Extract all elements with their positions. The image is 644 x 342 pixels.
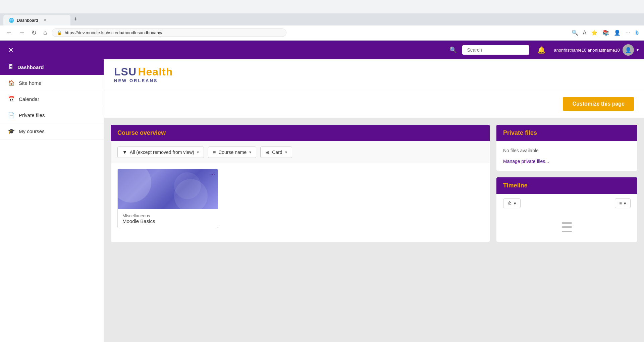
private-files-title: Private files [503, 129, 537, 136]
logo-area: LSU Health NEW ORLEANS [104, 59, 644, 90]
card-overlay [174, 172, 201, 199]
view-dropdown-arrow: ▾ [285, 150, 287, 155]
lock-icon: 🔒 [57, 30, 62, 35]
courses-icon: 🎓 [8, 128, 15, 134]
timeline-empty-icon: ☰ [561, 220, 573, 235]
url-display: https://dev.moodle.lsuhsc.edu/moodlesand… [65, 30, 281, 35]
browser-title-bar [0, 0, 644, 13]
sidebar-item-site-home[interactable]: 🏠 Site home [0, 75, 104, 91]
course-card-body: Miscellaneous Moodle Basics [118, 209, 218, 228]
filter-dropdown-arrow: ▾ [197, 150, 199, 155]
close-menu-button[interactable]: ✕ [5, 45, 16, 55]
new-orleans-text: NEW ORLEANS [114, 78, 634, 83]
sidebar-item-label: Calendar [19, 96, 39, 102]
course-card-image: ⋯ [118, 169, 218, 209]
file-icon: 📄 [8, 112, 15, 118]
page-layout: 🎛 Dashboard 🏠 Site home 📅 Calendar 📄 Pri… [0, 59, 644, 342]
browser-tab-bar: 🌐 Dashboard ✕ + [0, 13, 644, 25]
filter-icon: ▼ [122, 150, 127, 155]
sidebar: 🎛 Dashboard 🏠 Site home 📅 Calendar 📄 Pri… [0, 59, 104, 342]
browser-search-icon[interactable]: 🔍 [570, 28, 580, 37]
browser-menu-icon[interactable]: ⋯ [624, 28, 632, 37]
view-label: Card [272, 150, 282, 155]
clock-icon: ⏱ [507, 201, 512, 206]
sort-icon: ≡ [213, 150, 216, 155]
timeline-header: Timeline [496, 177, 637, 194]
course-card-menu-dots[interactable]: ⋯ [210, 172, 215, 177]
course-cards: ⋯ Miscellaneous Moodle Basics [111, 163, 490, 234]
filter-bar: ▼ All (except removed from view) ▾ ≡ Cou… [111, 141, 490, 163]
sidebar-item-dashboard[interactable]: 🎛 Dashboard [0, 59, 104, 75]
app-header: ✕ 🔍 🔔 anonfirstname10 anonlastname10 👤 ▾ [0, 41, 644, 59]
search-icon[interactable]: 🔍 [449, 46, 457, 54]
active-tab[interactable]: 🌐 Dashboard ✕ [3, 15, 70, 25]
sort-dropdown-arrow: ▾ [249, 150, 251, 155]
timeline-content: ☰ [496, 213, 637, 242]
calendar-icon: 📅 [8, 96, 15, 102]
timeline-date-filter[interactable]: ⏱ ▾ [503, 198, 521, 208]
course-overview-header: Course overview [111, 125, 490, 141]
customize-banner: Customize this page [104, 90, 644, 118]
view-icon: ⊞ [265, 150, 269, 155]
course-overview-panel: Course overview ▼ All (except removed fr… [111, 125, 490, 242]
sidebar-item-label: My courses [19, 128, 45, 134]
browser-profile-icon[interactable]: 👤 [612, 28, 622, 37]
sidebar-item-calendar[interactable]: 📅 Calendar [0, 91, 104, 107]
back-button[interactable]: ← [4, 28, 14, 38]
user-dropdown-arrow: ▾ [637, 48, 639, 52]
tab-close-button[interactable]: ✕ [44, 18, 47, 22]
home-icon: 🏠 [8, 80, 15, 86]
lsu-text: LSU [114, 66, 137, 78]
browser-star-icon[interactable]: ⭐ [590, 28, 599, 37]
user-menu[interactable]: anonfirstname10 anonlastname10 👤 ▾ [554, 44, 639, 56]
refresh-button[interactable]: ↻ [30, 28, 39, 38]
course-card[interactable]: ⋯ Miscellaneous Moodle Basics [117, 169, 218, 228]
forward-button[interactable]: → [17, 28, 27, 38]
health-text: Health [138, 66, 173, 78]
sidebar-item-label: Site home [19, 80, 42, 86]
right-sidebar: Private files No files available Manage … [496, 125, 637, 242]
new-tab-button[interactable]: + [70, 13, 81, 25]
content-grid: Course overview ▼ All (except removed fr… [104, 118, 644, 248]
timeline-sort-button[interactable]: ≡ ▾ [615, 198, 631, 208]
username-display: anonfirstname10 anonlastname10 [554, 48, 620, 53]
no-files-text: No files available [496, 141, 637, 156]
course-name: Moodle Basics [122, 218, 213, 224]
manage-files-link[interactable]: Manage private files... [496, 156, 637, 171]
main-content: LSU Health NEW ORLEANS Customize this pa… [104, 59, 644, 342]
tab-favicon: 🌐 [9, 18, 14, 23]
search-input[interactable] [462, 45, 529, 55]
timeline-panel: Timeline ⏱ ▾ ≡ ▾ ☰ [496, 177, 637, 242]
sort-lines-icon: ≡ [619, 201, 622, 206]
bing-icon[interactable]: b [634, 28, 640, 37]
customize-page-button[interactable]: Customize this page [563, 97, 634, 111]
timeline-title: Timeline [503, 182, 528, 189]
timeline-sort-dropdown-arrow: ▾ [624, 201, 626, 206]
address-bar[interactable]: 🔒 https://dev.moodle.lsuhsc.edu/moodlesa… [52, 28, 286, 37]
sort-label: Course name [218, 150, 247, 155]
browser-chrome: 🌐 Dashboard ✕ + ← → ↻ ⌂ 🔒 https://dev.mo… [0, 0, 644, 41]
sidebar-item-private-files[interactable]: 📄 Private files [0, 107, 104, 123]
browser-favorites-icon[interactable]: 📚 [601, 28, 610, 37]
filter-dropdown[interactable]: ▼ All (except removed from view) ▾ [117, 147, 204, 158]
browser-right-icons: 🔍 A ⭐ 📚 👤 ⋯ b [570, 28, 640, 37]
course-category: Miscellaneous [122, 213, 213, 218]
tab-label: Dashboard [17, 18, 38, 23]
notification-bell-icon[interactable]: 🔔 [537, 46, 546, 54]
sidebar-item-label: Private files [19, 112, 45, 118]
filter-label: All (except removed from view) [130, 150, 194, 155]
timeline-controls: ⏱ ▾ ≡ ▾ [496, 194, 637, 213]
sidebar-item-label: Dashboard [17, 64, 44, 70]
course-overview-title: Course overview [117, 129, 166, 136]
sort-dropdown[interactable]: ≡ Course name ▾ [208, 147, 256, 158]
private-files-header: Private files [496, 125, 637, 141]
view-dropdown[interactable]: ⊞ Card ▾ [260, 147, 292, 158]
private-files-panel: Private files No files available Manage … [496, 125, 637, 171]
dashboard-icon: 🎛 [8, 64, 13, 70]
timeline-date-dropdown-arrow: ▾ [514, 201, 516, 206]
browser-translate-icon[interactable]: A [582, 28, 588, 37]
browser-nav-bar: ← → ↻ ⌂ 🔒 https://dev.moodle.lsuhsc.edu/… [0, 25, 644, 40]
home-button[interactable]: ⌂ [41, 28, 49, 38]
sidebar-item-my-courses[interactable]: 🎓 My courses [0, 123, 104, 139]
avatar: 👤 [623, 44, 634, 56]
